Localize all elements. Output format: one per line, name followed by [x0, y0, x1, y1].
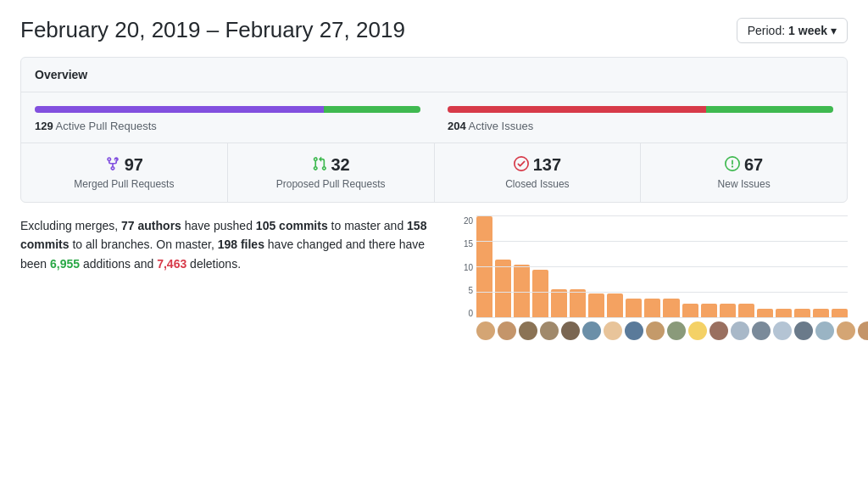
- merged-prs-label: Merged Pull Requests: [35, 178, 214, 190]
- issues-count: 204: [448, 120, 466, 132]
- closed-issues-number-row: 137: [448, 155, 627, 175]
- y-label-20: 20: [458, 216, 473, 226]
- closed-issues-label: Closed Issues: [448, 178, 627, 190]
- avatar: [709, 321, 728, 340]
- avatar: [752, 321, 771, 340]
- avatar: [561, 321, 580, 340]
- chart-bar: [588, 293, 604, 318]
- bars-section: 129 Active Pull Requests 204 Active Issu…: [21, 92, 847, 143]
- pr-count: 129: [35, 120, 53, 132]
- date-range-title: February 20, 2019 – February 27, 2019: [20, 17, 405, 43]
- additions-highlight: 6,955: [50, 257, 80, 271]
- chart-bar: [776, 309, 792, 318]
- avatar: [498, 321, 516, 340]
- chart-bar: [813, 309, 829, 318]
- commit-chart-area: 20 15 10 5 0: [458, 216, 848, 340]
- stat-new-issues: 67 New Issues: [641, 143, 847, 202]
- pr-label-text: Active Pull Requests: [56, 120, 157, 132]
- commits-master-highlight: 105 commits: [256, 219, 328, 232]
- avatar: [837, 321, 855, 340]
- y-label-5: 5: [458, 286, 473, 295]
- chart-bar: [495, 260, 511, 318]
- chart-bar: [738, 304, 754, 318]
- issues-bar-item: 204 Active Issues: [448, 106, 833, 132]
- y-label-0: 0: [458, 309, 473, 318]
- closed-issues-count: 137: [533, 155, 561, 175]
- commit-summary: Excluding merges, 77 authors have pushed…: [20, 216, 437, 340]
- new-issues-label: New Issues: [654, 178, 833, 190]
- chart-bar: [794, 309, 810, 318]
- chart-bar: [514, 265, 530, 318]
- avatar: [604, 321, 622, 340]
- avatar: [476, 321, 495, 340]
- summary-text2: to master and: [328, 219, 407, 232]
- y-label-10: 10: [458, 263, 473, 272]
- bottom-section: Excluding merges, 77 authors have pushed…: [20, 216, 848, 340]
- chart-bar: [570, 289, 586, 318]
- avatar: [858, 321, 868, 340]
- proposed-prs-number-row: 32: [242, 155, 420, 175]
- avatar: [773, 321, 792, 340]
- stat-proposed-prs: 32 Proposed Pull Requests: [228, 143, 435, 202]
- pull-requests-bar-label: 129 Active Pull Requests: [35, 120, 420, 132]
- issues-label-text: Active Issues: [469, 120, 534, 132]
- avatar: [815, 321, 834, 340]
- issue-segment-closed: [448, 106, 706, 113]
- page-header: February 20, 2019 – February 27, 2019 Pe…: [20, 17, 848, 43]
- avatar: [794, 321, 813, 340]
- proposed-prs-label: Proposed Pull Requests: [242, 178, 420, 190]
- proposed-prs-count: 32: [331, 155, 350, 175]
- summary-prefix: Excluding merges,: [20, 219, 121, 232]
- pr-segment-merged: [35, 106, 324, 113]
- chart-bar: [532, 270, 548, 318]
- files-changed-highlight: 198 files: [218, 238, 264, 251]
- chart-bar: [663, 299, 679, 318]
- pull-requests-bar-item: 129 Active Pull Requests: [35, 106, 420, 132]
- stat-closed-issues: 137 Closed Issues: [435, 143, 642, 202]
- chart-bar: [720, 304, 736, 318]
- new-issues-count: 67: [744, 155, 763, 175]
- proposed-pr-icon: [312, 156, 327, 174]
- pull-requests-bar-track: [35, 106, 420, 113]
- issues-bar-label: 204 Active Issues: [448, 120, 833, 132]
- deletions-highlight: 7,463: [157, 257, 186, 271]
- period-selector-button[interactable]: Period: 1 week ▾: [737, 18, 848, 43]
- issue-segment-new: [706, 106, 833, 113]
- new-issues-number-row: 67: [654, 155, 833, 175]
- avatar: [646, 321, 665, 340]
- avatar: [582, 321, 601, 340]
- dropdown-arrow-icon: ▾: [831, 24, 837, 37]
- merged-prs-number-row: 97: [35, 155, 214, 175]
- period-label: Period:: [748, 24, 785, 37]
- merged-prs-count: 97: [125, 155, 143, 175]
- summary-text6: deletions.: [186, 257, 241, 271]
- new-issue-icon: [725, 156, 740, 174]
- issues-bar-track: [448, 106, 833, 113]
- avatar: [519, 321, 537, 340]
- chart-bar: [476, 216, 492, 318]
- summary-text3: to all branches. On master,: [70, 238, 218, 251]
- chart-bar: [626, 299, 642, 318]
- avatar: [625, 321, 643, 340]
- summary-text5: additions and: [80, 257, 157, 271]
- chart-bar: [644, 299, 660, 318]
- merged-pr-icon: [105, 156, 120, 174]
- stat-merged-prs: 97 Merged Pull Requests: [21, 143, 228, 202]
- chart-bar: [607, 293, 623, 318]
- period-value: 1 week: [788, 24, 827, 37]
- avatar: [688, 321, 707, 340]
- chart-bar: [551, 289, 567, 318]
- avatar: [540, 321, 559, 340]
- avatar: [667, 321, 686, 340]
- overview-card: Overview 129 Active Pull Requests 204 Ac…: [20, 57, 848, 203]
- stats-row: 97 Merged Pull Requests 32 Proposed Pull…: [21, 143, 847, 202]
- summary-text1: have pushed: [181, 219, 256, 232]
- chart-bar: [701, 304, 717, 318]
- closed-issue-icon: [514, 156, 529, 174]
- avatar: [731, 321, 749, 340]
- chart-bar: [832, 309, 848, 318]
- y-label-15: 15: [458, 239, 473, 249]
- pr-segment-proposed: [324, 106, 420, 113]
- chart-bar: [757, 309, 773, 318]
- authors-highlight: 77 authors: [121, 219, 181, 232]
